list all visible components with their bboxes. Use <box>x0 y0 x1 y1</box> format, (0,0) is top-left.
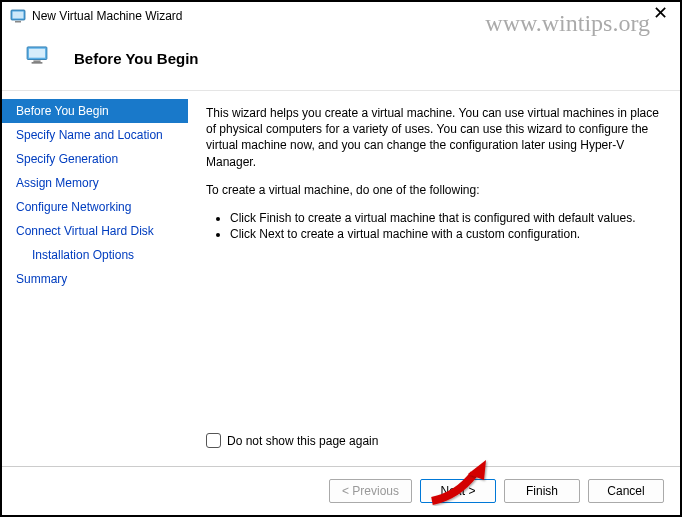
svg-rect-4 <box>29 49 45 58</box>
svg-rect-5 <box>33 60 40 62</box>
vm-icon <box>26 46 50 70</box>
sidebar-item-before-you-begin[interactable]: Before You Begin <box>2 99 188 123</box>
cancel-button[interactable]: Cancel <box>588 479 664 503</box>
wizard-content: This wizard helps you create a virtual m… <box>188 91 680 466</box>
sidebar-item-installation-options[interactable]: Installation Options <box>2 243 188 267</box>
close-button[interactable]: ✕ <box>647 4 674 22</box>
sidebar-item-specify-generation[interactable]: Specify Generation <box>2 147 188 171</box>
sidebar-item-label: Summary <box>16 272 67 286</box>
svg-rect-1 <box>13 12 24 19</box>
sidebar-item-label: Configure Networking <box>16 200 131 214</box>
button-label: < Previous <box>342 484 399 498</box>
app-icon <box>10 8 26 24</box>
sidebar-item-specify-name[interactable]: Specify Name and Location <box>2 123 188 147</box>
sidebar-item-configure-networking[interactable]: Configure Networking <box>2 195 188 219</box>
sidebar-item-label: Installation Options <box>32 248 134 262</box>
sidebar-item-connect-vhd[interactable]: Connect Virtual Hard Disk <box>2 219 188 243</box>
checkbox-label: Do not show this page again <box>227 434 378 448</box>
list-item: Click Finish to create a virtual machine… <box>230 210 662 226</box>
button-label: Next > <box>440 484 475 498</box>
intro-text: This wizard helps you create a virtual m… <box>206 105 662 170</box>
svg-rect-2 <box>15 21 21 23</box>
previous-button: < Previous <box>329 479 412 503</box>
sidebar-item-assign-memory[interactable]: Assign Memory <box>2 171 188 195</box>
wizard-footer: < Previous Next > Finish Cancel <box>2 466 680 515</box>
instruction-text: To create a virtual machine, do one of t… <box>206 182 662 198</box>
button-label: Finish <box>526 484 558 498</box>
list-item: Click Next to create a virtual machine w… <box>230 226 662 242</box>
wizard-header: Before You Begin <box>2 30 680 90</box>
sidebar-item-label: Assign Memory <box>16 176 99 190</box>
checkbox-icon[interactable] <box>206 433 221 448</box>
sidebar-item-label: Specify Name and Location <box>16 128 163 142</box>
sidebar-item-summary[interactable]: Summary <box>2 267 188 291</box>
finish-button[interactable]: Finish <box>504 479 580 503</box>
button-label: Cancel <box>607 484 644 498</box>
titlebar: New Virtual Machine Wizard ✕ <box>2 2 680 30</box>
instruction-list: Click Finish to create a virtual machine… <box>206 210 662 242</box>
sidebar-item-label: Connect Virtual Hard Disk <box>16 224 154 238</box>
page-title: Before You Begin <box>74 50 198 67</box>
sidebar-item-label: Before You Begin <box>16 104 109 118</box>
next-button[interactable]: Next > <box>420 479 496 503</box>
window-title: New Virtual Machine Wizard <box>32 9 183 23</box>
wizard-steps-sidebar: Before You Begin Specify Name and Locati… <box>2 91 188 466</box>
sidebar-item-label: Specify Generation <box>16 152 118 166</box>
dont-show-again-row[interactable]: Do not show this page again <box>206 433 662 456</box>
svg-rect-6 <box>32 62 43 63</box>
